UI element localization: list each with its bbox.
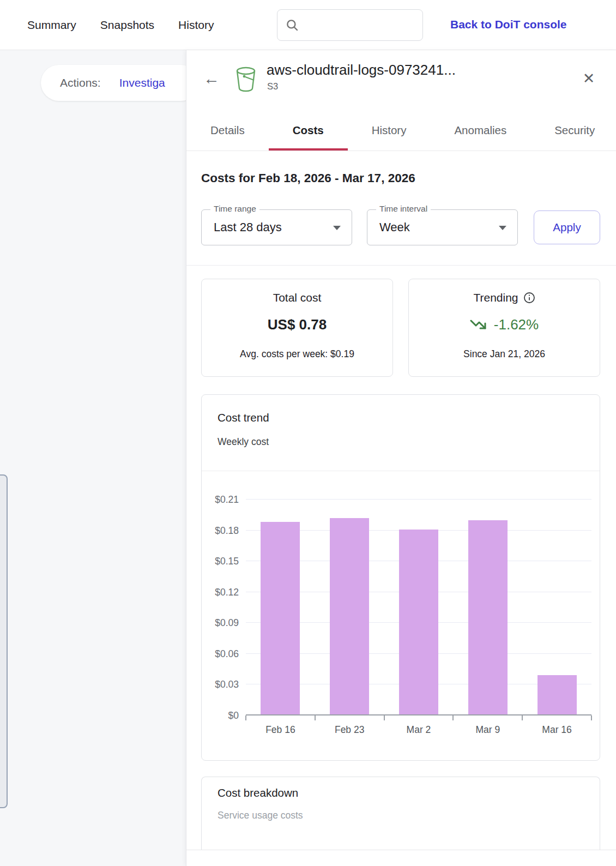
- cost-breakdown-subtitle: Service usage costs: [218, 810, 303, 821]
- cost-trend-plot: $0$0.03$0.06$0.09$0.12$0.15$0.18$0.21Feb…: [246, 482, 591, 715]
- cost-trend-subtitle: Weekly cost: [218, 436, 269, 448]
- tab-anomalies[interactable]: Anomalies: [430, 111, 530, 151]
- total-cost-value: US$ 0.78: [202, 316, 392, 333]
- cost-breakdown-card: Cost breakdown Service usage costs: [201, 777, 600, 850]
- top-bar: Summary Snapshots History Back to DoiT c…: [0, 0, 616, 50]
- drawer-tabs: Details Costs History Anomalies Security: [186, 111, 616, 151]
- y-axis-tick-label: $0: [228, 710, 239, 721]
- time-range-label: Time range: [210, 204, 259, 214]
- drawer-bottom-divider: [186, 850, 616, 850]
- total-cost-title: Total cost: [202, 291, 392, 304]
- x-axis-tick: [245, 715, 246, 720]
- y-axis-tick-label: $0.21: [215, 494, 239, 506]
- time-interval-value: Week: [379, 220, 410, 234]
- bar-column: Mar 9: [453, 482, 522, 715]
- x-axis-tick: [384, 715, 385, 720]
- y-axis-tick-label: $0.15: [215, 556, 239, 567]
- total-cost-card: Total cost US$ 0.78 Avg. costs per week:…: [201, 279, 393, 377]
- y-axis-tick-label: $0.18: [215, 525, 239, 536]
- time-range-select[interactable]: Time range Last 28 days: [201, 209, 352, 245]
- x-axis-tick-label: Mar 9: [475, 724, 500, 736]
- trending-down-icon: [470, 318, 488, 332]
- cost-bar-mar-9[interactable]: [468, 520, 508, 714]
- background-page: Actions: Investiga: [0, 50, 186, 866]
- x-axis-tick-label: Feb 23: [335, 724, 364, 736]
- drawer-header: ← aws-cloudtrail-logs-0973241... S3 ✕: [186, 50, 616, 111]
- resource-drawer: ← aws-cloudtrail-logs-0973241... S3 ✕ De…: [186, 50, 616, 866]
- actions-label: Actions:: [60, 76, 101, 89]
- avg-cost-per-week: Avg. costs per week: $0.19: [202, 348, 392, 360]
- x-axis-tick-label: Mar 2: [407, 724, 431, 736]
- nav-item-summary[interactable]: Summary: [27, 19, 76, 32]
- x-axis-tick-label: Feb 16: [265, 724, 295, 736]
- trending-percent: -1.62%: [494, 316, 539, 333]
- chevron-down-icon: [499, 226, 506, 230]
- x-axis-tick: [452, 715, 454, 720]
- tab-history[interactable]: History: [348, 111, 431, 151]
- x-axis-tick: [315, 715, 316, 720]
- trending-value: -1.62%: [409, 316, 600, 333]
- cost-breakdown-title: Cost breakdown: [218, 786, 298, 799]
- card-divider: [202, 471, 600, 471]
- chevron-down-icon: [333, 226, 341, 230]
- back-to-console-link[interactable]: Back to DoiT console: [450, 18, 567, 31]
- apply-button[interactable]: Apply: [534, 211, 600, 244]
- search-box[interactable]: [277, 9, 423, 41]
- y-axis-tick-label: $0.06: [215, 648, 239, 659]
- bar-column: Mar 2: [384, 482, 454, 715]
- x-axis-tick-label: Mar 16: [542, 724, 571, 736]
- cost-bar-mar-2[interactable]: [399, 530, 438, 714]
- s3-bucket-icon: [234, 65, 258, 95]
- nav-item-history[interactable]: History: [178, 19, 214, 32]
- trending-title: Trending: [409, 291, 600, 304]
- cost-bar-feb-16[interactable]: [261, 522, 300, 714]
- bar-column: Feb 16: [246, 482, 315, 715]
- trending-card: Trending -1.62% Since Jan 21, 2026: [408, 279, 600, 377]
- cost-bar-feb-23[interactable]: [330, 518, 369, 714]
- bar-column: Mar 16: [522, 482, 591, 715]
- investigate-action-link[interactable]: Investiga: [119, 76, 165, 89]
- drawer-title: aws-cloudtrail-logs-0973241...: [267, 62, 456, 79]
- tab-costs[interactable]: Costs: [269, 111, 348, 151]
- bar-column: Feb 23: [315, 482, 384, 715]
- search-input[interactable]: [305, 10, 438, 40]
- info-icon[interactable]: [523, 292, 535, 304]
- y-axis-tick-label: $0.12: [215, 586, 239, 598]
- close-icon[interactable]: ✕: [578, 68, 600, 89]
- cost-trend-card: Cost trend Weekly cost $0$0.03$0.06$0.09…: [201, 394, 600, 761]
- time-interval-select[interactable]: Time interval Week: [367, 209, 518, 245]
- drawer-subtitle: S3: [267, 81, 278, 92]
- section-divider: [186, 265, 616, 266]
- time-range-value: Last 28 days: [214, 220, 282, 234]
- costs-date-range-heading: Costs for Feb 18, 2026 - Mar 17, 2026: [201, 171, 415, 185]
- cost-trend-title: Cost trend: [218, 411, 269, 424]
- y-axis-tick-label: $0.09: [215, 617, 239, 629]
- back-arrow-icon[interactable]: ←: [201, 68, 222, 89]
- trending-title-text: Trending: [473, 291, 518, 304]
- cost-bar-mar-16[interactable]: [538, 675, 577, 714]
- cutoff-panel-edge: [0, 474, 8, 808]
- tab-details[interactable]: Details: [186, 111, 269, 151]
- y-axis-tick-label: $0.03: [215, 679, 239, 690]
- x-axis-tick: [522, 715, 523, 720]
- x-axis-tick: [591, 715, 592, 720]
- trending-since: Since Jan 21, 2026: [409, 348, 600, 360]
- nav-item-snapshots[interactable]: Snapshots: [100, 19, 154, 32]
- tab-security[interactable]: Security: [530, 111, 616, 151]
- search-icon: [285, 18, 299, 32]
- top-nav: Summary Snapshots History: [27, 0, 214, 50]
- actions-pill: Actions: Investiga: [41, 65, 199, 101]
- time-interval-label: Time interval: [376, 204, 431, 214]
